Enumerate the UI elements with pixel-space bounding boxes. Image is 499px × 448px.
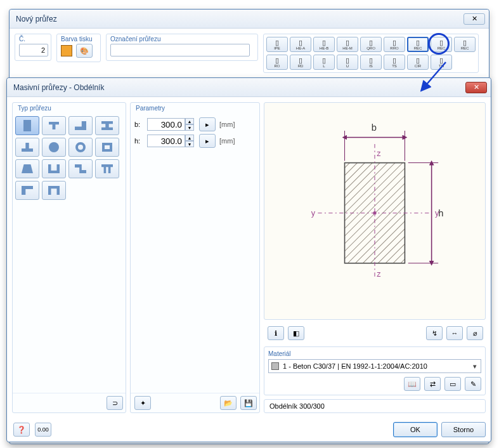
parent-dialog: Nový průřez ✕ Č. Barva tisku 🎨 Označení … xyxy=(9,9,489,13)
parent-titlebar: Nový průřez ✕ xyxy=(10,10,489,13)
